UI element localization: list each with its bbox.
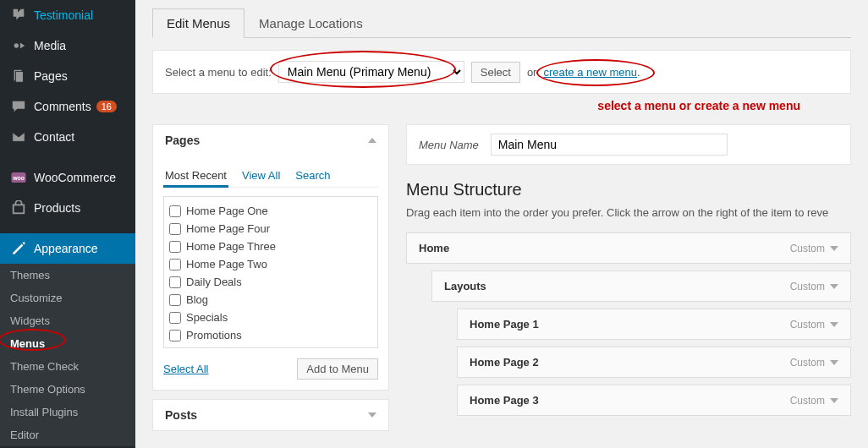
subtab-search[interactable]: Search [294, 166, 332, 187]
sidebar-label: Media [34, 39, 66, 52]
svg-rect-5 [14, 205, 25, 213]
products-icon [10, 199, 27, 216]
testimonial-icon [10, 7, 27, 24]
menu-dropdown[interactable]: Main Menu (Primary Menu) [278, 61, 464, 83]
check-item[interactable]: Home Page One [169, 202, 372, 220]
menu-name-label: Menu Name [419, 139, 479, 151]
check-label: Home Page One [186, 205, 268, 217]
sidebar-label: Products [34, 201, 80, 215]
structure-desc: Drag each item into the order you prefer… [406, 206, 851, 219]
check-item[interactable]: Home Page Four [169, 220, 372, 238]
select-button[interactable]: Select [471, 62, 520, 83]
appearance-submenu: Themes Customize Widgets Menus Theme Che… [0, 264, 135, 446]
caret-down-icon[interactable] [830, 246, 838, 251]
check-item[interactable]: Promotions [169, 326, 372, 344]
submenu-theme-options[interactable]: Theme Options [0, 378, 135, 401]
submenu-customize[interactable]: Customize [0, 287, 135, 309]
menu-item-label: Home Page 2 [470, 356, 539, 369]
sidebar-item-media[interactable]: Media [0, 30, 135, 61]
check-item[interactable]: Home Page Three [169, 238, 372, 255]
sidebar-item-comments[interactable]: Comments 16 [0, 91, 135, 122]
tab-manage-locations[interactable]: Manage Locations [244, 8, 377, 37]
check-item[interactable]: Home Page Two [169, 255, 372, 273]
menu-structure-list: Home Custom Layouts Custom Home Page 1 C… [406, 232, 851, 416]
caret-down-icon[interactable] [830, 322, 838, 327]
submenu-editor[interactable]: Editor [0, 423, 135, 446]
menu-item-label: Home [419, 242, 449, 254]
sidebar-label: Comments [34, 100, 91, 113]
check-label: Home Page Two [186, 258, 267, 270]
menu-item-label: Home Page 1 [470, 318, 539, 331]
menu-item-type: Custom [790, 357, 825, 369]
structure-heading: Menu Structure [406, 180, 851, 199]
check-label: Daily Deals [186, 276, 242, 288]
checkbox[interactable] [169, 330, 181, 341]
sidebar-item-contact[interactable]: Contact [0, 122, 135, 152]
select-all-link[interactable]: Select All [163, 363, 208, 375]
menu-item-row[interactable]: Home Custom [406, 232, 851, 264]
sidebar-item-pages[interactable]: Pages [0, 61, 135, 91]
annotation-row: select a menu or create a new menu [152, 99, 851, 112]
pages-panel-header[interactable]: Pages [153, 125, 388, 156]
checkbox[interactable] [169, 294, 181, 306]
checkbox[interactable] [169, 205, 181, 217]
sidebar-item-products[interactable]: Products [0, 193, 135, 223]
subtab-most-recent[interactable]: Most Recent [163, 166, 228, 188]
checkbox[interactable] [169, 223, 181, 235]
caret-down-icon[interactable] [830, 284, 838, 289]
sidebar-label: WooCommerce [34, 171, 116, 184]
or-text: or [527, 66, 537, 79]
panel-title: Posts [165, 408, 197, 422]
posts-panel: Posts [152, 399, 389, 431]
sidebar-item-appearance[interactable]: Appearance [0, 233, 135, 264]
menu-name-row: Menu Name [406, 124, 851, 165]
submenu-themes[interactable]: Themes [0, 264, 135, 287]
sidebar-item-testimonial[interactable]: Testimonial [0, 0, 135, 30]
checkbox[interactable] [169, 259, 181, 270]
svg-text:woo: woo [12, 175, 25, 181]
submenu-install-plugins[interactable]: Install Plugins [0, 401, 135, 423]
checkbox[interactable] [169, 312, 181, 324]
sidebar-label: Testimonial [34, 8, 93, 22]
tab-edit-menus[interactable]: Edit Menus [152, 8, 244, 38]
checkbox[interactable] [169, 241, 181, 253]
submenu-label: Menus [10, 337, 45, 350]
menu-name-input[interactable] [491, 134, 728, 156]
subtab-view-all[interactable]: View All [240, 166, 282, 187]
submenu-widgets[interactable]: Widgets [0, 309, 135, 332]
menu-item-type: Custom [790, 395, 825, 407]
menu-item-row[interactable]: Home Page 1 Custom [457, 309, 851, 340]
menu-item-type: Custom [790, 243, 825, 254]
check-label: Promotions [186, 329, 242, 341]
check-item[interactable]: Specials [169, 309, 372, 326]
sidebar-item-woocommerce[interactable]: woo WooCommerce [0, 162, 135, 193]
menu-item-row[interactable]: Home Page 2 Custom [457, 347, 851, 378]
caret-down-icon[interactable] [830, 360, 838, 365]
create-menu-link[interactable]: create a new menu [543, 66, 637, 79]
submenu-menus[interactable]: Menus [0, 332, 135, 355]
caret-down-icon[interactable] [830, 398, 838, 403]
submenu-theme-check[interactable]: Theme Check [0, 355, 135, 378]
pages-panel: Pages Most Recent View All Search Home P… [152, 124, 389, 391]
menu-select-row: Select a menu to edit: Main Menu (Primar… [152, 50, 851, 94]
check-item[interactable]: Daily Deals [169, 273, 372, 291]
pages-checklist[interactable]: Home Page One Home Page Four Home Page T… [163, 196, 378, 348]
appearance-icon [10, 240, 27, 257]
menu-item-row[interactable]: Home Page 3 Custom [457, 385, 851, 416]
contact-icon [10, 128, 27, 145]
annotation-text: select a menu or create a new menu [597, 99, 800, 112]
caret-down-icon [368, 412, 376, 418]
add-to-menu-button[interactable]: Add to Menu [297, 358, 378, 380]
check-item[interactable]: Blog [169, 291, 372, 309]
period: . [637, 66, 640, 79]
media-icon [10, 37, 27, 54]
posts-panel-header[interactable]: Posts [153, 400, 388, 430]
checkbox[interactable] [169, 276, 181, 288]
svg-rect-2 [15, 72, 23, 83]
menu-item-row[interactable]: Layouts Custom [431, 270, 851, 302]
check-label: Home Page Four [186, 222, 270, 235]
menu-item-type: Custom [790, 319, 825, 331]
admin-sidebar: Testimonial Media Pages Comments 16 Cont… [0, 0, 135, 448]
check-label: Blog [186, 293, 208, 306]
comments-badge: 16 [96, 101, 117, 112]
